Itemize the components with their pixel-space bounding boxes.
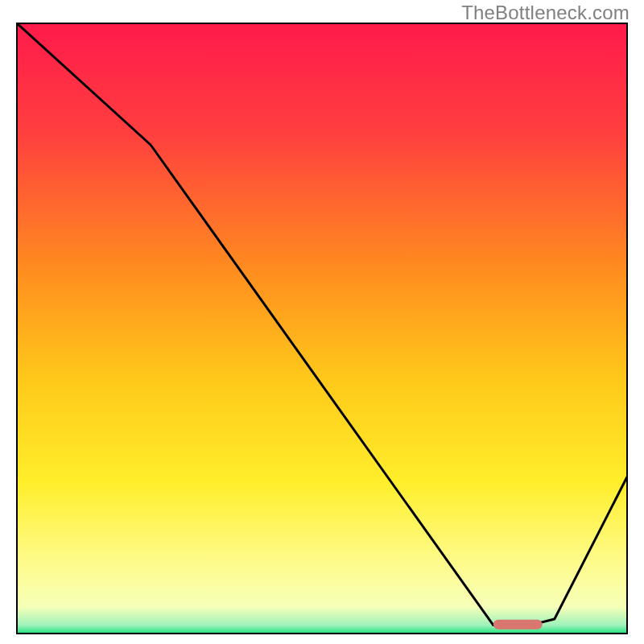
chart-svg <box>16 23 628 634</box>
chart-frame <box>16 23 628 634</box>
chart-container: TheBottleneck.com <box>0 0 644 644</box>
optimal-marker <box>493 620 543 630</box>
gradient-background <box>16 23 628 634</box>
attribution-text: TheBottleneck.com <box>461 2 630 24</box>
